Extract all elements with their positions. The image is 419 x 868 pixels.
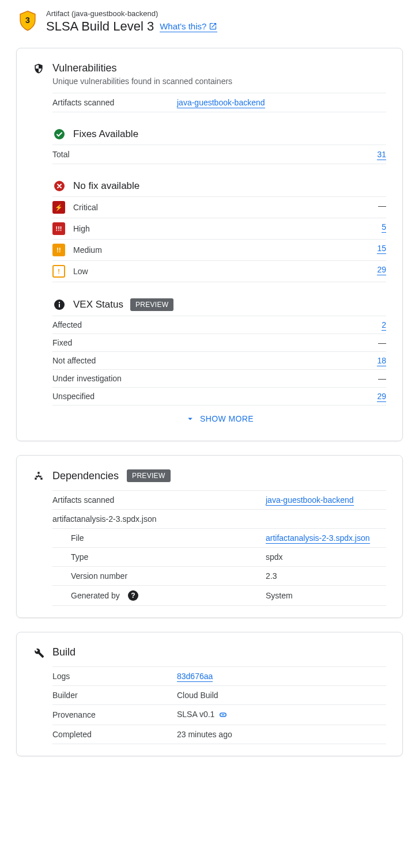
vex-count: — [378,338,386,347]
vulnerabilities-subtitle: Unique vulnerabilities found in scanned … [52,77,386,86]
header-eyebrow: Artifact (java-guestbook-backend) [46,9,403,18]
no-fix-title: No fix available [73,180,139,192]
dependencies-card: Dependencies PREVIEW Artifacts scanned j… [16,455,403,618]
build-value-link[interactable]: 83d676aa [177,672,213,682]
severity-count-link[interactable]: 15 [377,244,386,254]
severity-count-link[interactable]: 29 [377,265,386,275]
deps-filename-header: artifactanalysis-2-3.spdx.json [52,509,386,528]
vex-count: — [378,374,386,383]
vex-count-link[interactable]: 2 [382,320,386,331]
vex-count-link[interactable]: 29 [377,392,386,402]
fixes-total-label: Total [52,150,220,159]
link-icon[interactable] [218,710,228,720]
dependencies-title: Dependencies [52,470,119,482]
deps-row: Version number 2.3 [52,566,386,585]
vulnerabilities-card: Vulnerabilities Unique vulnerabilities f… [16,48,403,441]
vex-count-link[interactable]: 18 [377,356,386,366]
page-header: 3 Artifact (java-guestbook-backend) SLSA… [16,9,403,34]
vex-label: Under investigation [52,374,122,383]
vex-status-title: VEX Status [73,299,123,310]
build-row: Logs 83d676aa [52,666,386,685]
wrench-icon [33,647,44,658]
open-in-new-icon [209,22,217,31]
fixes-total-link[interactable]: 31 [377,150,386,160]
build-row: Completed 23 minutes ago [52,725,386,744]
vex-label: Fixed [52,338,72,347]
severity-low-icon: ! [52,265,65,278]
deps-value-link[interactable]: artifactanalysis-2-3.spdx.json [266,533,370,544]
fixes-available-title: Fixes Available [73,128,138,140]
build-row: Builder Cloud Build [52,685,386,704]
build-value: 23 minutes ago [177,730,232,739]
severity-label: Low [73,267,88,276]
vex-label: Affected [52,320,82,329]
shield-icon [33,63,44,74]
build-row: Provenance SLSA v0.1 [52,704,386,725]
deps-row: Generated by? System [52,585,386,606]
severity-row: ! Low 29 [52,260,386,282]
build-title: Build [52,646,76,658]
artifacts-scanned-link[interactable]: java-guestbook-backend [177,98,265,108]
deps-label: Type [52,552,266,562]
error-circle-icon [54,180,65,192]
vex-label: Unspecified [52,392,95,401]
build-label: Completed [52,730,177,739]
build-value: SLSA v0.1 [177,710,214,719]
severity-high-icon: !!! [52,222,65,235]
deps-preview-chip: PREVIEW [127,469,170,482]
deps-label: Generated by? [52,590,266,601]
severity-label: Critical [73,203,98,212]
build-label: Provenance [52,710,177,719]
build-card: Build Logs 83d676aa Builder Cloud Build … [16,632,403,756]
vex-row: Unspecified29 [52,387,386,405]
deps-artifacts-scanned-link[interactable]: java-guestbook-backend [266,495,354,506]
tree-icon [33,470,44,482]
page-title: SLSA Build Level 3 [46,19,154,34]
check-circle-icon [54,128,65,140]
severity-row: !!! High 5 [52,218,386,239]
severity-medium-icon: !! [52,244,65,256]
svg-point-1 [54,129,65,139]
deps-value: System [266,591,293,600]
svg-text:3: 3 [25,16,30,25]
slsa-level-badge-icon: 3 [18,10,37,31]
show-more-button[interactable]: SHOW MORE [185,414,254,424]
build-label: Builder [52,691,177,700]
deps-artifacts-scanned-label: Artifacts scanned [52,495,266,505]
deps-row: File artifactanalysis-2-3.spdx.json [52,528,386,547]
build-label: Logs [52,672,177,681]
artifacts-scanned-label: Artifacts scanned [52,98,177,107]
help-icon[interactable]: ? [128,590,138,601]
vex-row: Not affected18 [52,351,386,369]
deps-row: Type spdx [52,547,386,566]
vex-row: Affected2 [52,316,386,333]
deps-value: 2.3 [266,571,277,581]
severity-count: — [378,201,386,210]
severity-count-link[interactable]: 5 [382,222,386,233]
vex-preview-chip: PREVIEW [130,298,173,311]
whats-this-link[interactable]: What's this? [160,21,217,32]
chevron-down-icon [185,414,195,424]
severity-label: High [73,224,90,233]
severity-label: Medium [73,245,102,255]
vex-row: Under investigation— [52,369,386,387]
svg-rect-5 [59,302,60,303]
vex-row: Fixed— [52,333,386,351]
build-value: Cloud Build [177,691,218,700]
deps-label: File [52,533,266,543]
info-icon [54,299,65,310]
deps-value: spdx [266,552,283,562]
vulnerabilities-title: Vulnerabilities [52,62,116,74]
severity-row: !! Medium 15 [52,239,386,260]
severity-critical-icon: ⚡ [52,201,65,214]
severity-row: ⚡ Critical — [52,196,386,218]
vex-label: Not affected [52,356,96,365]
deps-label: Version number [52,571,266,581]
svg-rect-4 [59,304,60,308]
